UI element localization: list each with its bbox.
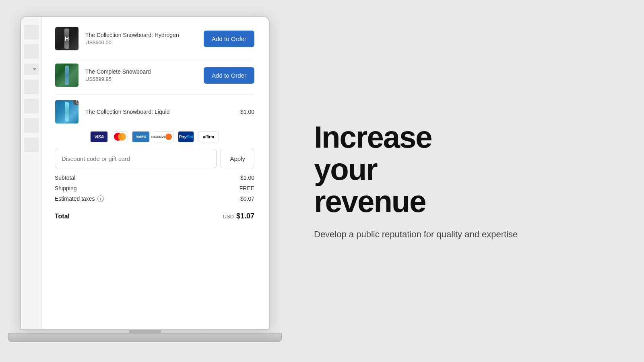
product-image-complete	[55, 63, 79, 87]
shipping-label: Shipping	[55, 185, 77, 191]
checkout-container: The Collection Snowboard: Hydrogen US$60…	[42, 17, 267, 230]
hero-heading-line1: Increase	[314, 120, 431, 154]
affirm-icon: affirm	[198, 131, 219, 142]
product-price-complete: US$699.95	[85, 76, 151, 82]
sidebar-block-6	[24, 138, 39, 152]
sidebar-block-1	[24, 25, 39, 39]
apply-button[interactable]: Apply	[221, 149, 254, 168]
laptop-base	[8, 333, 282, 342]
laptop-screen: The Collection Snowboard: Hydrogen US$60…	[20, 16, 270, 330]
taxes-row: Estimated taxes i $0.07	[55, 195, 254, 202]
product-name-hydrogen: The Collection Snowboard: Hydrogen	[85, 32, 179, 38]
product-price-hydrogen: US$600.00	[85, 39, 179, 45]
product-row-hydrogen: The Collection Snowboard: Hydrogen US$60…	[55, 27, 254, 51]
total-row: Total USD $1.07	[55, 212, 254, 220]
product-price-liquid: $1.00	[240, 109, 254, 115]
taxes-info-icon[interactable]: i	[97, 195, 104, 202]
taxes-label: Estimated taxes	[55, 195, 95, 202]
product-name-liquid: The Collection Snowboard: Liquid	[85, 109, 169, 115]
sidebar-strip	[21, 17, 42, 329]
product-image-liquid: 1	[55, 100, 79, 124]
product-name-complete: The Complete Snowboard	[85, 68, 151, 75]
left-panel: The Collection Snowboard: Hydrogen US$60…	[0, 0, 290, 362]
visa-icon: VISA	[90, 131, 108, 142]
product-left-complete: The Complete Snowboard US$699.95	[55, 63, 151, 87]
amex-icon: AMEX	[132, 131, 150, 142]
sidebar-block-5	[24, 118, 39, 133]
sidebar-block-4	[24, 99, 39, 113]
product-left-liquid: 1 The Collection Snowboard: Liquid	[55, 100, 169, 124]
discount-row: Apply	[55, 149, 254, 168]
hero-subheading: Develop a public reputation for quality …	[314, 228, 518, 241]
hero-heading-line2: your	[314, 152, 377, 186]
add-to-order-button-complete[interactable]: Add to Order	[204, 67, 254, 84]
product-image-hydrogen	[55, 27, 79, 51]
product-info-liquid: The Collection Snowboard: Liquid	[85, 109, 169, 115]
total-right: USD $1.07	[223, 212, 255, 220]
right-panel: Increase your revenue Develop a public r…	[290, 0, 644, 362]
mc-right-circle	[118, 133, 126, 141]
laptop-wrapper: The Collection Snowboard: Hydrogen US$60…	[8, 16, 282, 346]
hero-heading: Increase your revenue	[314, 121, 518, 217]
product-info-complete: The Complete Snowboard US$699.95	[85, 68, 151, 82]
taxes-label-group: Estimated taxes i	[55, 195, 104, 202]
subtotal-label: Subtotal	[55, 175, 75, 181]
product-badge-liquid: 1	[73, 100, 79, 105]
divider-total	[55, 207, 254, 207]
discover-icon: DISCOVER	[154, 131, 174, 142]
shipping-value: FREE	[239, 185, 254, 191]
taxes-value: $0.07	[240, 195, 254, 202]
subtotal-row: Subtotal $1.00	[55, 175, 254, 181]
product-info-hydrogen: The Collection Snowboard: Hydrogen US$60…	[85, 32, 179, 45]
product-row-liquid: 1 The Collection Snowboard: Liquid $1.00	[55, 100, 254, 124]
product-left-hydrogen: The Collection Snowboard: Hydrogen US$60…	[55, 27, 179, 51]
add-to-order-button-hydrogen[interactable]: Add to Order	[204, 31, 254, 47]
sidebar-block-2	[24, 44, 39, 59]
total-amount: $1.07	[236, 212, 254, 220]
main-content: The Collection Snowboard: Hydrogen US$60…	[42, 17, 269, 329]
chevron-down-icon	[33, 68, 36, 70]
hero-text: Increase your revenue Develop a public r…	[314, 121, 518, 241]
subtotal-value: $1.00	[240, 175, 254, 181]
total-label: Total	[55, 213, 70, 220]
divider-2	[55, 95, 254, 95]
discount-input[interactable]	[55, 149, 217, 168]
hero-heading-line3: revenue	[314, 184, 426, 218]
sidebar-block-3	[24, 80, 39, 94]
total-currency: USD	[223, 214, 234, 220]
discover-dot	[165, 134, 172, 140]
paypal-icon: PayPal	[178, 131, 194, 142]
shipping-row: Shipping FREE	[55, 185, 254, 191]
mastercard-icon	[112, 131, 128, 142]
divider-1	[55, 58, 254, 58]
payment-icons-row: VISA AMEX DISCOVER PayPal affirm	[55, 131, 254, 142]
order-summary: Subtotal $1.00 Shipping FREE Estimated t…	[55, 175, 254, 220]
sidebar-dropdown[interactable]	[24, 64, 39, 75]
laptop-notch	[129, 330, 161, 333]
product-row-complete: The Complete Snowboard US$699.95 Add to …	[55, 63, 254, 87]
